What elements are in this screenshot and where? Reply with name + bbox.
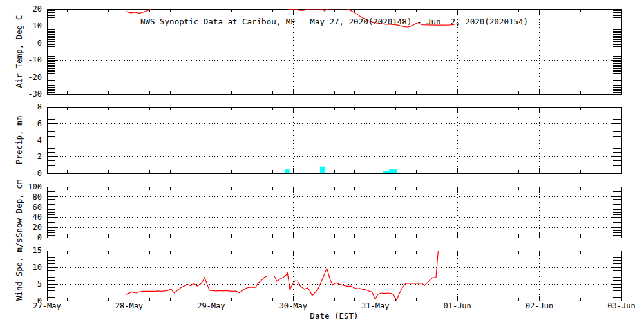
y-tick-label: 4 bbox=[37, 136, 42, 145]
wind-speed-series-line bbox=[126, 248, 439, 300]
precip-bar bbox=[389, 169, 397, 173]
y-tick-label: 20 bbox=[33, 223, 42, 232]
y-tick-label: 100 bbox=[28, 182, 42, 191]
precip-bar bbox=[285, 169, 290, 173]
precip-bar bbox=[383, 171, 389, 173]
y-axis-label-wind-spd: Wind Spd, m/s bbox=[14, 251, 24, 301]
synoptic-weather-plot: -30-20-10010200246802040608010005101527-… bbox=[0, 0, 644, 322]
y-tick-label: 60 bbox=[33, 203, 42, 212]
x-tick-label: 27-May bbox=[33, 301, 61, 310]
chart-canvas: -30-20-10010200246802040608010005101527-… bbox=[0, 0, 644, 322]
x-axis-label: Date (EST) bbox=[47, 311, 621, 321]
x-tick-label: 29-May bbox=[197, 301, 225, 310]
panel-precip: 02468 bbox=[37, 102, 621, 178]
y-tick-label: 2 bbox=[37, 152, 42, 161]
y-tick-label: 0 bbox=[37, 39, 42, 48]
y-tick-label: -20 bbox=[28, 73, 42, 82]
y-tick-label: 0 bbox=[37, 169, 42, 178]
y-axis-label-snow-dep: Snow Dep, cm bbox=[14, 187, 24, 238]
y-tick-label: 8 bbox=[37, 102, 42, 111]
y-tick-label: 6 bbox=[37, 119, 42, 128]
panel-wind-speed: 051015 bbox=[33, 246, 621, 305]
panel-border bbox=[47, 187, 621, 238]
y-tick-label: -30 bbox=[28, 90, 42, 99]
panel-border bbox=[47, 107, 621, 173]
y-tick-label: 5 bbox=[37, 279, 42, 289]
y-axis-label-precip: Precip, mm bbox=[14, 107, 24, 173]
y-tick-label: 40 bbox=[33, 213, 42, 222]
y-tick-label: 15 bbox=[33, 246, 42, 255]
y-axis-label-air-temp: Air Temp, Deg C bbox=[14, 9, 24, 94]
precip-bar bbox=[320, 167, 325, 173]
x-tick-label: 28-May bbox=[115, 301, 143, 310]
y-tick-label: 80 bbox=[33, 193, 42, 202]
chart-title: NWS Synoptic Data at Caribou, ME May 27,… bbox=[47, 17, 621, 26]
panel-border bbox=[47, 251, 621, 301]
y-tick-label: 0 bbox=[37, 233, 42, 242]
x-tick-label: 03-Jun bbox=[607, 301, 635, 310]
x-tick-label: 30-May bbox=[279, 301, 307, 310]
x-tick-label: 02-Jun bbox=[526, 301, 553, 310]
x-tick-label: 01-Jun bbox=[443, 301, 471, 310]
y-tick-label: -10 bbox=[28, 55, 42, 64]
y-tick-label: 10 bbox=[33, 21, 42, 30]
y-tick-label: 20 bbox=[33, 5, 42, 14]
panel-snow-depth: 020406080100 bbox=[28, 182, 621, 242]
y-tick-label: 10 bbox=[33, 263, 42, 272]
x-tick-label: 31-May bbox=[361, 301, 389, 310]
